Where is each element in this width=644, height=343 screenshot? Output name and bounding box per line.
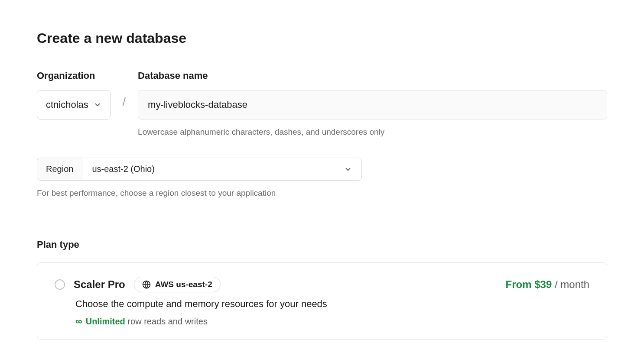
region-select[interactable]: Region us-east-2 (Ohio) — [37, 158, 362, 181]
plan-name: Scaler Pro — [74, 278, 125, 291]
path-separator: / — [123, 95, 126, 109]
chevron-down-icon — [94, 101, 101, 109]
organization-selected-value: ctnicholas — [46, 99, 88, 110]
database-name-group: Database name Lowercase alphanumeric cha… — [138, 70, 607, 137]
plan-region-badge: AWS us-east-2 — [134, 277, 221, 292]
chevron-down-icon — [344, 165, 352, 173]
plan-price-period: / month — [552, 278, 589, 290]
plan-radio[interactable] — [55, 279, 65, 290]
organization-group: Organization ctnicholas — [37, 70, 111, 120]
plan-feature-unlimited-word: Unlimited — [86, 317, 125, 326]
page-title: Create a new database — [37, 30, 607, 46]
plan-price-amount: From $39 — [506, 278, 552, 290]
plan-feature-unlimited: ∞ Unlimited row reads and writes — [75, 316, 589, 327]
organization-select[interactable]: ctnicholas — [37, 90, 111, 120]
database-name-help: Lowercase alphanumeric characters, dashe… — [138, 127, 607, 137]
region-row: Region us-east-2 (Ohio) For best perform… — [37, 158, 607, 198]
infinity-icon: ∞ — [75, 316, 82, 327]
plan-header: Scaler Pro AWS us-east-2 From $39 / mont… — [55, 277, 589, 292]
plan-description: Choose the compute and memory resources … — [75, 298, 589, 310]
region-prefix-label: Region — [37, 158, 82, 180]
region-help-text: For best performance, choose a region cl… — [37, 188, 607, 198]
plan-type-heading: Plan type — [37, 239, 607, 250]
region-dropdown[interactable]: us-east-2 (Ohio) — [82, 158, 361, 180]
region-selected-value: us-east-2 (Ohio) — [92, 164, 155, 174]
plan-header-left: Scaler Pro AWS us-east-2 — [55, 277, 221, 292]
database-name-label: Database name — [138, 70, 607, 81]
database-name-input[interactable] — [138, 90, 607, 120]
globe-icon — [142, 280, 151, 289]
plan-region-badge-text: AWS us-east-2 — [155, 280, 212, 289]
plan-card-scaler-pro[interactable]: Scaler Pro AWS us-east-2 From $39 / mont… — [37, 262, 607, 340]
plan-feature-rest: row reads and writes — [125, 317, 208, 326]
plan-price: From $39 / month — [506, 278, 589, 291]
organization-label: Organization — [37, 70, 111, 81]
org-and-name-row: Organization ctnicholas / Database name … — [37, 70, 607, 137]
plan-body: Choose the compute and memory resources … — [75, 298, 589, 327]
